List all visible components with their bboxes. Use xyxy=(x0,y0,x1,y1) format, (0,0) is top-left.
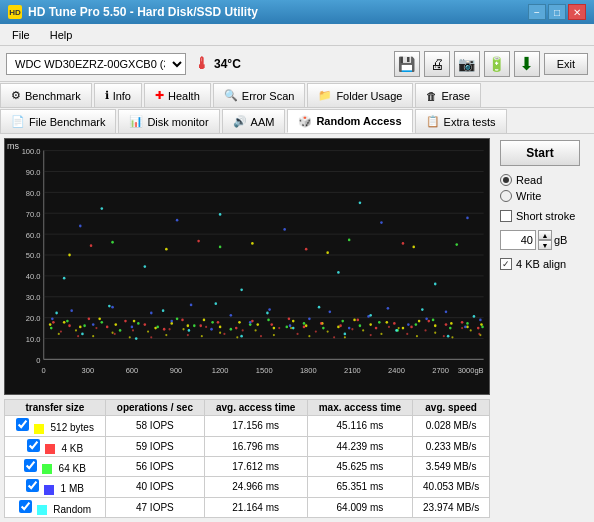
health-icon: ✚ xyxy=(155,89,164,102)
svg-point-101 xyxy=(156,326,159,329)
tab-extra-tests[interactable]: 📋 Extra tests xyxy=(415,109,507,133)
svg-text:2700: 2700 xyxy=(432,366,449,375)
maximize-button[interactable]: □ xyxy=(548,4,566,20)
stroke-up-button[interactable]: ▲ xyxy=(538,230,552,240)
write-radio[interactable]: Write xyxy=(500,190,588,202)
svg-point-37 xyxy=(98,317,101,320)
svg-point-82 xyxy=(339,324,342,327)
svg-point-83 xyxy=(356,319,359,322)
svg-point-86 xyxy=(410,326,413,329)
tab-info[interactable]: ℹ Info xyxy=(94,83,142,107)
row-checkbox[interactable] xyxy=(24,459,37,472)
svg-point-43 xyxy=(203,319,206,322)
row-ops: 58 IOPS xyxy=(105,416,204,436)
svg-point-96 xyxy=(66,320,69,323)
disk-monitor-icon: 📊 xyxy=(129,115,143,128)
icon-btn-download[interactable]: ⬇ xyxy=(514,51,540,77)
svg-text:1800: 1800 xyxy=(300,366,317,375)
svg-point-122 xyxy=(348,239,351,242)
svg-point-205 xyxy=(114,333,116,335)
svg-point-171 xyxy=(240,288,243,291)
svg-point-194 xyxy=(362,329,364,331)
tab-random-access[interactable]: 🎲 Random Access xyxy=(287,109,412,133)
tab-benchmark[interactable]: ⚙ Benchmark xyxy=(0,83,92,107)
svg-point-128 xyxy=(131,326,134,329)
row-label: 64 KB xyxy=(59,463,86,474)
svg-point-225 xyxy=(478,333,480,335)
results-section: transfer size operations / sec avg. acce… xyxy=(0,399,494,522)
icon-btn-3[interactable]: 📷 xyxy=(454,51,480,77)
svg-point-55 xyxy=(402,327,405,330)
tab-folder-usage[interactable]: 📁 Folder Usage xyxy=(307,83,413,107)
toolbar-icons: 💾 🖨 📷 🔋 ⬇ Exit xyxy=(394,51,588,77)
svg-point-65 xyxy=(412,245,415,248)
svg-text:10.0: 10.0 xyxy=(26,335,41,344)
short-stroke-checkbox[interactable]: Short stroke xyxy=(500,210,588,222)
svg-point-136 xyxy=(289,324,292,327)
svg-point-46 xyxy=(256,323,259,326)
svg-text:60.0: 60.0 xyxy=(26,230,41,239)
svg-point-137 xyxy=(308,317,311,320)
col-header-ops: operations / sec xyxy=(105,400,204,416)
row-avg-speed: 0.233 MB/s xyxy=(413,436,490,456)
row-checkbox[interactable] xyxy=(27,439,40,452)
svg-point-97 xyxy=(83,324,86,327)
icon-btn-4[interactable]: 🔋 xyxy=(484,51,510,77)
tab-error-scan[interactable]: 🔍 Error Scan xyxy=(213,83,306,107)
svg-point-181 xyxy=(129,336,131,338)
read-radio[interactable]: Read xyxy=(500,174,588,186)
svg-point-72 xyxy=(163,328,166,331)
window-controls: − □ ✕ xyxy=(528,4,586,20)
svg-point-39 xyxy=(133,320,136,323)
menu-file[interactable]: File xyxy=(4,27,38,43)
svg-text:1500: 1500 xyxy=(256,366,273,375)
exit-button[interactable]: Exit xyxy=(544,53,588,75)
align-box: ✓ xyxy=(500,258,512,270)
svg-point-88 xyxy=(445,323,448,326)
drive-selector[interactable]: WDC WD30EZRZ-00GXCB0 (3000 gB) xyxy=(6,53,186,75)
start-button[interactable]: Start xyxy=(500,140,580,166)
stroke-down-button[interactable]: ▼ xyxy=(538,240,552,250)
svg-point-207 xyxy=(150,336,152,338)
close-button[interactable]: ✕ xyxy=(568,4,586,20)
svg-text:300: 300 xyxy=(82,366,95,375)
tab-aam[interactable]: 🔊 AAM xyxy=(222,109,286,133)
svg-point-126 xyxy=(92,323,95,326)
tab-file-benchmark[interactable]: 📄 File Benchmark xyxy=(0,109,116,133)
svg-text:600: 600 xyxy=(126,366,139,375)
tab-health[interactable]: ✚ Health xyxy=(144,83,211,107)
svg-point-58 xyxy=(450,322,453,325)
results-table: transfer size operations / sec avg. acce… xyxy=(4,399,490,518)
stroke-value-input[interactable] xyxy=(500,230,536,250)
svg-point-216 xyxy=(315,330,317,332)
tab-erase[interactable]: 🗑 Erase xyxy=(415,83,481,107)
row-checkbox[interactable] xyxy=(16,418,29,431)
align-checkbox[interactable]: ✓ 4 KB align xyxy=(500,258,588,270)
error-scan-icon: 🔍 xyxy=(224,89,238,102)
minimize-button[interactable]: − xyxy=(528,4,546,20)
svg-point-151 xyxy=(466,216,469,219)
icon-btn-2[interactable]: 🖨 xyxy=(424,51,450,77)
tab-disk-monitor[interactable]: 📊 Disk monitor xyxy=(118,109,219,133)
svg-point-133 xyxy=(230,314,233,317)
svg-point-36 xyxy=(79,326,82,329)
y-axis-unit: ms xyxy=(7,141,19,151)
random-access-icon: 🎲 xyxy=(298,115,312,128)
svg-point-184 xyxy=(182,328,184,330)
row-checkbox[interactable] xyxy=(19,500,32,513)
svg-point-94 xyxy=(402,242,405,245)
row-max-access: 65.351 ms xyxy=(307,477,413,497)
svg-point-219 xyxy=(370,334,372,336)
svg-point-124 xyxy=(51,317,54,320)
svg-point-102 xyxy=(176,317,179,320)
svg-point-135 xyxy=(268,308,271,311)
table-row: 4 KB 59 IOPS 16.796 ms 44.239 ms 0.233 M… xyxy=(5,436,490,456)
row-avg-access: 16.796 ms xyxy=(204,436,307,456)
svg-point-169 xyxy=(63,277,66,280)
svg-point-104 xyxy=(211,321,214,324)
svg-point-190 xyxy=(290,327,292,329)
menu-help[interactable]: Help xyxy=(42,27,81,43)
chart-section: ms 100.0 90.0 80 xyxy=(0,134,494,522)
row-checkbox[interactable] xyxy=(26,479,39,492)
icon-btn-1[interactable]: 💾 xyxy=(394,51,420,77)
